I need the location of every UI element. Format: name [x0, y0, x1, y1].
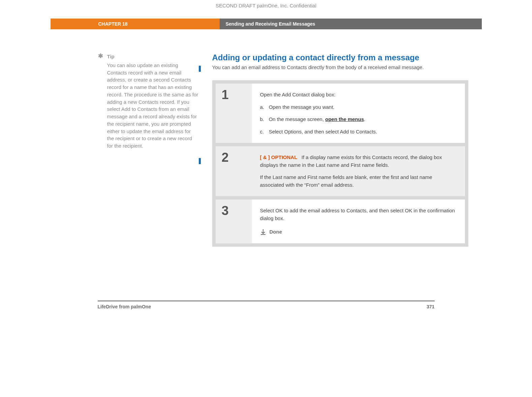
substep-text-suffix: . — [364, 116, 365, 122]
tip-body: You can also update an existing Contacts… — [107, 62, 199, 150]
step-2: 2 [ & ] OPTIONAL If a display name exist… — [216, 146, 465, 196]
step-body: Open the Add Contact dialog box: a. Open… — [252, 84, 465, 143]
substep-a: a. Open the message you want. — [260, 103, 457, 111]
substep-letter: b. — [260, 116, 268, 123]
step-number: 3 — [216, 200, 252, 243]
step-lead: Open the Add Contact dialog box: — [260, 91, 457, 99]
tip-label: Tip — [107, 53, 115, 60]
chapter-title: Sending and Receiving Email Messages — [220, 19, 482, 29]
page-footer: LifeDrive from palmOne 371 — [98, 301, 435, 309]
step-3: 3 Select OK to add the email address to … — [216, 200, 465, 243]
revision-mark-icon — [199, 66, 201, 72]
substep-letter: c. — [260, 128, 268, 136]
footer-product: LifeDrive from palmOne — [98, 304, 151, 309]
chapter-bar-pad — [51, 19, 94, 29]
step-1: 1 Open the Add Contact dialog box: a. Op… — [216, 84, 465, 143]
substep-text: Select Options, and then select Add to C… — [269, 129, 377, 134]
section-heading: Adding or updating a contact directly fr… — [212, 53, 468, 62]
substep-c: c. Select Options, and then select Add t… — [260, 128, 457, 136]
step-text: If the Last name and First name fields a… — [260, 174, 457, 189]
section-intro: You can add an email address to Contacts… — [212, 64, 468, 70]
substep-letter: a. — [260, 103, 268, 111]
substep-text: Open the message you want. — [269, 104, 335, 110]
step-number: 2 — [216, 146, 252, 196]
step-number: 1 — [216, 84, 252, 143]
substep-text-prefix: On the message screen, — [269, 116, 325, 122]
chapter-bar: CHAPTER 18 Sending and Receiving Email M… — [51, 19, 482, 29]
asterisk-icon: ✱ — [98, 53, 104, 59]
chapter-label: CHAPTER 18 — [94, 19, 220, 29]
steps-container: 1 Open the Add Contact dialog box: a. Op… — [212, 80, 468, 247]
footer-page-number: 371 — [427, 304, 434, 309]
step-body: [ & ] OPTIONAL If a display name exists … — [252, 146, 465, 196]
done-arrow-icon — [260, 229, 266, 235]
done-label: Done — [270, 228, 282, 236]
step-text: Select OK to add the email address to Co… — [260, 207, 457, 222]
done-row: Done — [260, 228, 457, 236]
tip-block: ✱ Tip You can also update an existing Co… — [98, 53, 199, 150]
substep-b: b. On the message screen, open the menus… — [260, 116, 457, 123]
revision-mark-icon — [199, 158, 201, 164]
main-content: Adding or updating a contact directly fr… — [212, 53, 468, 247]
sidebar: ✱ Tip You can also update an existing Co… — [98, 53, 212, 247]
open-the-menus-link[interactable]: open the menus — [325, 116, 364, 122]
optional-tag: [ & ] OPTIONAL — [260, 154, 298, 160]
step-body: Select OK to add the email address to Co… — [252, 200, 465, 243]
draft-header: SECOND DRAFT palmOne, Inc. Confidential — [51, 0, 482, 19]
